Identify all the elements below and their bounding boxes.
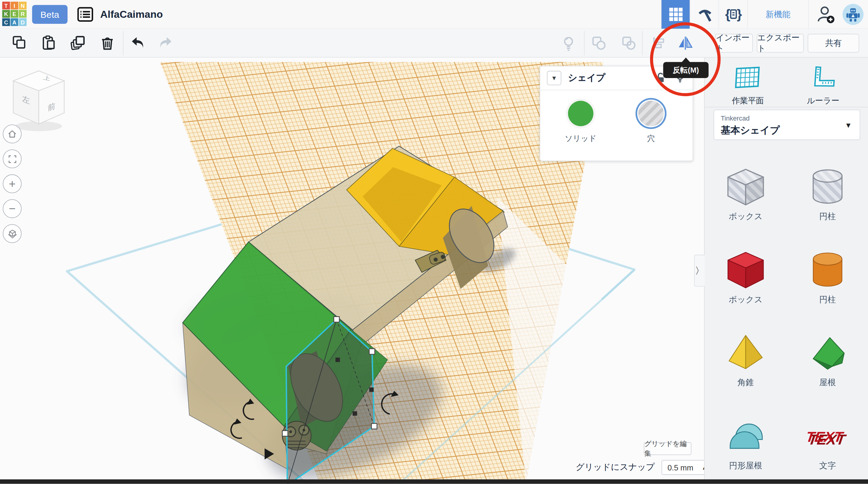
align-button[interactable] xyxy=(650,35,667,52)
ungroup-button[interactable] xyxy=(621,35,637,52)
solid-option[interactable]: ソリッド xyxy=(548,101,614,144)
svg-text:}: } xyxy=(737,7,742,21)
cookie-notice-bar xyxy=(0,480,868,484)
shape-library-dropdown[interactable]: Tinkercad 基本シェイプ ▼ xyxy=(714,110,861,140)
shape-pyramid-yellow[interactable]: 角錐 xyxy=(705,323,786,406)
shape-inspector-panel: ▼ シェイプ ソリッド 穴 xyxy=(540,66,693,161)
minecraft-pickaxe-button[interactable] xyxy=(690,0,719,29)
view-cube[interactable]: 上 左 前 xyxy=(9,69,70,134)
ruler-tool[interactable]: ルーラー xyxy=(790,65,856,107)
undo-button[interactable] xyxy=(130,35,146,52)
zoom-out-button[interactable]: − xyxy=(3,199,22,218)
show-all-button[interactable] xyxy=(560,35,577,52)
redo-button[interactable] xyxy=(157,35,174,52)
edit-grid-button[interactable]: グリッドを編集 xyxy=(644,443,691,455)
shape-box-hole[interactable]: ボックス xyxy=(705,157,786,241)
home-view-button[interactable] xyxy=(3,124,22,143)
svg-text:TEXT: TEXT xyxy=(805,429,845,445)
zoom-in-button[interactable]: + xyxy=(3,175,22,193)
codeblocks-button[interactable]: {} xyxy=(718,0,747,29)
snap-grid-label: グリッドにスナップ xyxy=(576,462,655,474)
beta-badge[interactable]: Beta xyxy=(32,5,68,24)
workplane-tool[interactable]: 作業平面 xyxy=(715,65,781,107)
shape-roof-green[interactable]: 屋根 xyxy=(786,323,868,406)
duplicate-button[interactable] xyxy=(70,35,86,52)
group-button[interactable] xyxy=(591,35,607,52)
chevron-down-icon: ▼ xyxy=(845,121,852,129)
app-header: TIN KER CAD Beta AlfaCaimano {} 新機能 xyxy=(0,0,868,29)
copy-button[interactable] xyxy=(12,35,28,52)
perspective-toggle-button[interactable] xyxy=(3,224,22,243)
hole-option[interactable]: 穴 xyxy=(618,101,684,144)
shape-cylinder-hole[interactable]: 円柱 xyxy=(786,157,868,241)
avatar[interactable] xyxy=(843,4,864,25)
inspector-title: シェイプ xyxy=(568,72,605,84)
tinkercad-logo[interactable]: TIN KER CAD xyxy=(2,2,27,27)
export-button[interactable]: エクスポート xyxy=(757,34,804,53)
mirror-button[interactable] xyxy=(677,35,693,52)
invite-user-button[interactable] xyxy=(808,0,843,29)
fit-view-button[interactable] xyxy=(3,149,22,168)
delete-button[interactable] xyxy=(99,35,116,52)
shape-box-red[interactable]: ボックス xyxy=(705,240,786,323)
edit-toolbar: インポート エクスポート 共有 xyxy=(0,29,868,58)
share-button[interactable]: 共有 xyxy=(808,34,859,53)
inspector-collapse-button[interactable]: ▼ xyxy=(547,71,561,85)
import-button[interactable]: インポート xyxy=(715,34,753,53)
shape-gallery: ボックス 円柱 ボックス xyxy=(705,157,868,484)
shape-round-roof-cyan[interactable]: 円形屋根 xyxy=(705,406,786,484)
new-features-link[interactable]: 新機能 xyxy=(747,0,808,29)
shape-library-panel: 作業平面 ルーラー Tinkercad 基本シェイプ ▼ xyxy=(704,58,868,484)
solid-color-swatch[interactable] xyxy=(568,101,593,126)
hole-swatch[interactable] xyxy=(638,101,664,126)
shape-text-red[interactable]: TEXT TEXT 文字 xyxy=(786,406,868,484)
properties-list-icon[interactable] xyxy=(76,7,94,22)
mirror-tooltip: 反転(M) xyxy=(663,62,709,78)
shape-cylinder-orange[interactable]: 円柱 xyxy=(786,240,868,323)
dashboard-grid-button[interactable] xyxy=(661,0,690,29)
svg-text:{: { xyxy=(725,7,730,21)
design-title[interactable]: AlfaCaimano xyxy=(100,8,163,21)
panel-collapse-button[interactable]: 〉 xyxy=(694,255,705,287)
paste-button[interactable] xyxy=(40,35,57,52)
